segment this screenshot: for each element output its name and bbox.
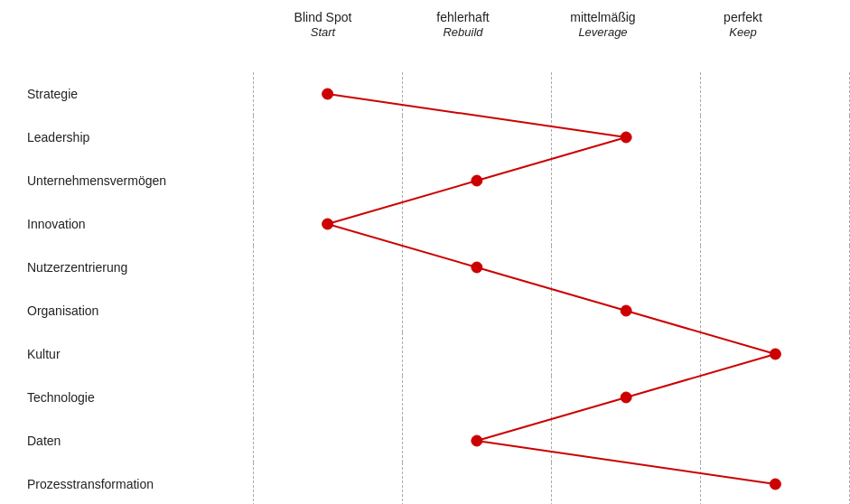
grid-daten [253, 419, 850, 462]
col-fehlerhaft: fehlerhaft Rebuild [393, 9, 533, 41]
label-unternehmensvermoegen: Unternehmensvermögen [0, 173, 253, 188]
cell [551, 419, 700, 462]
cell [253, 159, 402, 202]
cell [551, 159, 700, 202]
label-nutzerzentrierung: Nutzerzentrierung [0, 260, 253, 275]
label-leadership: Leadership [0, 130, 253, 145]
cell [402, 419, 551, 462]
row-daten: Daten [0, 419, 850, 462]
cell [700, 72, 850, 116]
cell [700, 419, 850, 462]
cell [551, 246, 700, 289]
cell [700, 376, 850, 419]
label-prozesstransformation: Prozesstransformation [0, 477, 253, 491]
label-organisation: Organisation [0, 303, 253, 318]
cell [402, 376, 551, 419]
cell [253, 376, 402, 419]
cell [402, 289, 551, 332]
cell [700, 159, 850, 202]
cell [253, 72, 402, 116]
grid-nutzerzentrierung [253, 246, 850, 289]
label-daten: Daten [0, 434, 253, 448]
cell [551, 332, 700, 376]
cell [253, 462, 402, 504]
cell [253, 246, 402, 289]
cell [551, 376, 700, 419]
grid-technologie [253, 376, 850, 419]
cell [551, 116, 700, 159]
chart-container: Blind Spot Start fehlerhaft Rebuild mitt… [0, 0, 850, 504]
cell [253, 202, 402, 246]
row-strategie: Strategie [0, 72, 850, 116]
row-kultur: Kultur [0, 332, 850, 376]
col-mittelmaessig: mittelmäßig Leverage [533, 9, 673, 41]
cell [402, 72, 551, 116]
col-blind-spot: Blind Spot Start [253, 9, 393, 41]
grid-kultur [253, 332, 850, 376]
grid-innovation [253, 202, 850, 246]
row-leadership: Leadership [0, 116, 850, 159]
rows-area: Strategie Leadership Unternehmensvermöge… [0, 72, 850, 504]
grid-leadership [253, 116, 850, 159]
column-headers: Blind Spot Start fehlerhaft Rebuild mitt… [253, 9, 813, 41]
cell [402, 202, 551, 246]
grid-strategie [253, 72, 850, 116]
label-kultur: Kultur [0, 347, 253, 361]
row-innovation: Innovation [0, 202, 850, 246]
cell [253, 289, 402, 332]
cell [402, 462, 551, 504]
cell [402, 116, 551, 159]
cell [551, 202, 700, 246]
cell [700, 289, 850, 332]
row-unternehmensvermoegen: Unternehmensvermögen [0, 159, 850, 202]
grid-unternehmensvermoegen [253, 159, 850, 202]
row-technologie: Technologie [0, 376, 850, 419]
cell [253, 332, 402, 376]
cell [700, 116, 850, 159]
cell [551, 72, 700, 116]
cell [402, 332, 551, 376]
col-perfekt: perfekt Keep [673, 9, 813, 41]
label-innovation: Innovation [0, 217, 253, 231]
cell [402, 159, 551, 202]
cell [253, 419, 402, 462]
cell [700, 246, 850, 289]
label-strategie: Strategie [0, 87, 253, 101]
cell [700, 462, 850, 504]
cell [551, 289, 700, 332]
row-organisation: Organisation [0, 289, 850, 332]
row-nutzerzentrierung: Nutzerzentrierung [0, 246, 850, 289]
row-prozesstransformation: Prozesstransformation [0, 462, 850, 504]
grid-organisation [253, 289, 850, 332]
cell [253, 116, 402, 159]
cell [551, 462, 700, 504]
cell [700, 202, 850, 246]
label-technologie: Technologie [0, 390, 253, 405]
cell [700, 332, 850, 376]
grid-prozesstransformation [253, 462, 850, 504]
cell [402, 246, 551, 289]
